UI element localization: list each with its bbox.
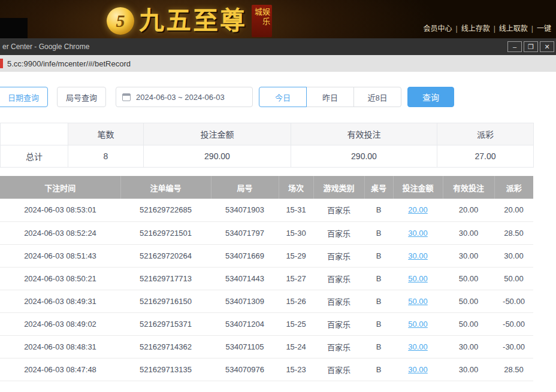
casino-nav-link[interactable]: 线上取款 [499, 25, 528, 33]
game-type-cell: 百家乐 [313, 267, 364, 290]
order-number-cell: 521629721501 [120, 221, 211, 244]
table-number-cell: B [364, 358, 393, 381]
bet-amount-cell: 30.00 [393, 358, 443, 381]
game-type-cell: 百家乐 [313, 221, 364, 244]
header-payout: 派彩 [494, 176, 533, 199]
header-bet-time: 下注时间 [0, 176, 120, 199]
bet-amount-link[interactable]: 50.00 [408, 320, 428, 329]
yesterday-button[interactable]: 昨日 [306, 87, 354, 107]
bet-record-table: 下注时间 注单编号 局号 场次 游戏类别 桌号 投注金额 有效投注 派彩 202… [0, 176, 533, 381]
casino-logo: 5 九五至尊 娱乐城 [107, 5, 272, 37]
valid-bet-cell: 50.00 [443, 267, 494, 290]
browser-address-bar[interactable]: 5.cc:9900/infe/mcenter/#/betRecord [0, 55, 556, 72]
browser-titlebar[interactable]: er Center - Google Chrome – ❐ ✕ [0, 38, 556, 55]
bet-table-header-row: 下注时间 注单编号 局号 场次 游戏类别 桌号 投注金额 有效投注 派彩 [0, 176, 533, 199]
payout-cell: -50.00 [494, 312, 533, 335]
round-number-cell: 534071797 [211, 221, 279, 244]
maximize-button[interactable]: ❐ [524, 41, 538, 52]
summary-blank-cell [1, 123, 68, 145]
bet-time-cell: 2024-06-03 08:48:31 [0, 335, 120, 358]
header-table-number: 桌号 [364, 176, 393, 199]
bet-time-cell: 2024-06-03 08:49:31 [0, 290, 120, 312]
casino-nav-link[interactable]: 线上存款 [461, 25, 490, 33]
order-number-cell: 521629720264 [120, 244, 211, 267]
bet-amount-cell: 30.00 [393, 221, 443, 244]
summary-total-label: 总计 [1, 145, 68, 168]
order-number-cell: 521629717713 [120, 267, 211, 290]
today-button[interactable]: 今日 [259, 87, 307, 107]
session-cell: 15-25 [279, 312, 313, 335]
nav-separator: | [531, 25, 533, 33]
order-number-cell: 521629715371 [120, 312, 211, 335]
table-number-cell: B [364, 244, 393, 267]
close-button[interactable]: ✕ [540, 41, 554, 52]
payout-cell: -30.00 [494, 335, 533, 358]
table-number-cell: B [364, 221, 393, 244]
table-number-cell: B [364, 335, 393, 358]
date-range-input[interactable]: 2024-06-03 ~ 2024-06-03 [116, 87, 253, 107]
url-text: 5.cc:9900/infe/mcenter/#/betRecord [7, 59, 131, 68]
valid-bet-cell: 30.00 [443, 221, 494, 244]
date-query-tab[interactable]: 日期查询 [0, 87, 48, 107]
bet-amount-link[interactable]: 30.00 [408, 229, 428, 238]
favicon-fragment [0, 59, 3, 68]
bet-time-cell: 2024-06-03 08:47:48 [0, 358, 120, 381]
game-type-cell: 百家乐 [313, 358, 364, 381]
bet-amount-link[interactable]: 30.00 [408, 251, 428, 260]
summary-header-payout: 派彩 [437, 123, 534, 145]
casino-nav: 会员中心|线上存款|线上取款|一键 [420, 23, 555, 33]
game-type-cell: 百家乐 [313, 199, 364, 221]
bet-time-cell: 2024-06-03 08:50:21 [0, 267, 120, 290]
casino-nav-link[interactable]: 会员中心 [424, 25, 452, 33]
minimize-button[interactable]: – [507, 41, 522, 52]
casino-logo-text: 九五至尊 [139, 8, 247, 34]
window-controls: – ❐ ✕ [506, 41, 556, 52]
order-number-cell: 521629722685 [120, 199, 211, 221]
bet-amount-link[interactable]: 50.00 [408, 274, 428, 283]
bet-table-body: 2024-06-03 08:53:01521629722685534071903… [0, 199, 533, 381]
casino-nav-link[interactable]: 一键 [537, 25, 551, 33]
payout-cell: 28.50 [494, 358, 533, 381]
session-cell: 15-29 [279, 244, 313, 267]
valid-bet-cell: 30.00 [443, 335, 494, 358]
bet-amount-cell: 30.00 [393, 244, 443, 267]
bet-amount-link[interactable]: 30.00 [408, 365, 428, 374]
round-number-cell: 534071903 [211, 199, 279, 221]
header-valid-bet: 有效投注 [443, 176, 494, 199]
payout-cell: 50.00 [494, 267, 533, 290]
table-row: 2024-06-03 08:48:31521629714362534071105… [0, 335, 533, 358]
summary-total-count: 8 [68, 145, 144, 168]
round-number-cell: 534070976 [211, 358, 279, 381]
bet-amount-link[interactable]: 30.00 [408, 342, 428, 351]
summary-total-valid-bet: 290.00 [291, 145, 437, 168]
bet-amount-cell: 50.00 [393, 290, 443, 312]
bet-amount-link[interactable]: 50.00 [408, 297, 428, 306]
summary-header-row: 笔数 投注金额 有效投注 派彩 [1, 123, 534, 145]
round-number-cell: 534071204 [211, 312, 279, 335]
round-number-cell: 534071443 [211, 267, 279, 290]
order-number-cell: 521629713135 [120, 358, 211, 381]
bet-time-cell: 2024-06-03 08:49:02 [0, 312, 120, 335]
bet-amount-cell: 50.00 [393, 312, 443, 335]
payout-cell: 20.00 [494, 199, 533, 221]
payout-cell: 28.50 [494, 221, 533, 244]
nav-separator: | [494, 25, 495, 33]
table-number-cell: B [364, 267, 393, 290]
valid-bet-cell: 30.00 [443, 358, 494, 381]
header-bet-amount: 投注金额 [393, 176, 443, 199]
summary-total-bet-amount: 290.00 [144, 145, 291, 168]
game-type-cell: 百家乐 [313, 335, 364, 358]
bet-amount-link[interactable]: 20.00 [408, 205, 428, 214]
table-number-cell: B [364, 312, 393, 335]
table-row: 2024-06-03 08:52:24521629721501534071797… [0, 221, 533, 244]
search-button[interactable]: 查询 [407, 87, 454, 107]
bet-amount-cell: 50.00 [393, 267, 443, 290]
last-8-days-button[interactable]: 近8日 [353, 87, 401, 107]
round-query-tab[interactable]: 局号查询 [57, 87, 106, 107]
summary-header-bet-amount: 投注金额 [144, 123, 291, 145]
round-number-cell: 534071309 [211, 290, 279, 312]
table-row: 2024-06-03 08:49:02521629715371534071204… [0, 312, 533, 335]
table-row: 2024-06-03 08:50:21521629717713534071443… [0, 267, 533, 290]
summary-table: 笔数 投注金额 有效投注 派彩 总计 8 290.00 290.00 27.00 [0, 123, 534, 168]
round-number-cell: 534071669 [211, 244, 279, 267]
